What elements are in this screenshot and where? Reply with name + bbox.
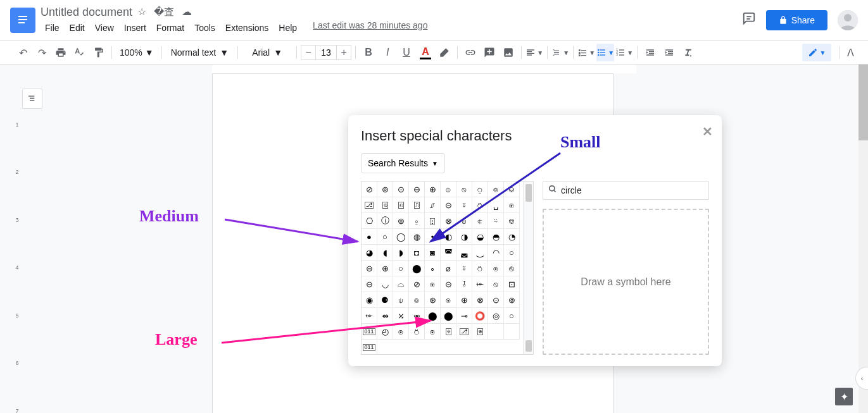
char-cell[interactable]: ◡ (377, 276, 393, 292)
insert-image-button[interactable] (500, 44, 517, 61)
char-cell[interactable]: ⎌ (393, 197, 409, 213)
char-cell[interactable]: ⍟ (488, 261, 504, 276)
char-cell[interactable]: ⍦ (456, 213, 472, 229)
char-cell[interactable]: ⊕ (425, 182, 441, 197)
char-cell[interactable]: ◘ (409, 245, 425, 261)
char-cell[interactable]: ⎍ (409, 197, 425, 213)
char-cell[interactable]: ◖ (377, 245, 393, 261)
grid-scrollbar[interactable] (523, 182, 533, 354)
undo-button[interactable]: ↶ (14, 44, 32, 61)
char-cell[interactable]: ⎔ (362, 213, 377, 229)
char-cell[interactable]: ⫱ (456, 276, 472, 292)
draw-symbol-area[interactable]: Draw a symbol here (543, 209, 709, 355)
char-cell[interactable]: ⊙ (393, 182, 409, 197)
char-cell[interactable]: ⌓ (393, 276, 409, 292)
char-cell[interactable]: ‿ (472, 245, 488, 261)
font-size-increase[interactable]: + (336, 45, 351, 60)
char-cell[interactable]: ⬤ (409, 261, 425, 276)
menu-help[interactable]: Help (274, 20, 301, 35)
underline-button[interactable]: U (398, 44, 415, 61)
highlight-button[interactable] (436, 44, 453, 61)
char-cell[interactable]: ◔ (504, 229, 520, 245)
char-cell[interactable]: ⊚ (377, 182, 393, 197)
char-cell[interactable]: ⍟ (393, 324, 409, 340)
print-button[interactable] (52, 44, 70, 61)
char-cell[interactable]: ⍨ (488, 213, 504, 229)
char-cell[interactable] (488, 324, 504, 340)
line-spacing-button[interactable]: ▼ (551, 44, 569, 61)
char-cell[interactable]: ⎎ (425, 197, 441, 213)
char-cell[interactable]: ∘ (425, 261, 441, 276)
char-cell[interactable]: ⎉ (504, 182, 520, 197)
char-cell[interactable]: ◕ (362, 245, 377, 261)
char-cell[interactable]: ⌾ (488, 182, 504, 197)
char-cell[interactable]: ○ (504, 245, 520, 261)
char-cell[interactable]: ⌾ (409, 292, 425, 308)
char-cell[interactable]: 011 (362, 324, 377, 340)
outline-toggle[interactable] (22, 89, 42, 109)
char-cell[interactable] (504, 324, 520, 340)
char-cell[interactable]: ⍟ (425, 324, 441, 340)
char-cell[interactable]: ◙ (425, 245, 441, 261)
cloud-icon[interactable]: ☁ (182, 6, 192, 19)
decrease-indent-button[interactable] (641, 44, 659, 61)
insert-link-button[interactable] (462, 44, 479, 61)
clear-formatting-button[interactable] (679, 44, 697, 61)
char-cell[interactable]: ⊕ (377, 261, 393, 276)
char-cell[interactable]: ⊗ (472, 292, 488, 308)
zoom-select[interactable]: 100%▼ (116, 44, 158, 61)
char-cell[interactable]: ⓘ (377, 213, 393, 229)
char-cell[interactable]: ◉ (362, 292, 377, 308)
char-cell[interactable]: ◒ (472, 229, 488, 245)
char-cell[interactable]: ⊛ (425, 292, 441, 308)
char-cell[interactable]: ⍟ (504, 197, 520, 213)
char-cell[interactable]: ⊘ (409, 276, 425, 292)
search-input[interactable] (561, 185, 703, 195)
menu-tools[interactable]: Tools (190, 20, 220, 35)
char-cell[interactable]: ◚ (441, 245, 456, 261)
char-cell[interactable]: ⍟ (441, 292, 456, 308)
char-cell[interactable]: ⍦ (393, 292, 409, 308)
vertical-scrollbar[interactable] (859, 65, 868, 413)
char-cell[interactable]: ◯ (393, 229, 409, 245)
char-cell[interactable]: ⍥ (472, 261, 488, 276)
char-cell[interactable]: ⊕ (456, 292, 472, 308)
menu-insert[interactable]: Insert (120, 20, 151, 35)
star-icon[interactable]: ☆ (137, 6, 146, 19)
char-cell[interactable]: ⬤ (441, 308, 456, 324)
last-edit-link[interactable]: Last edit was 28 minutes ago (313, 20, 427, 35)
docs-logo[interactable] (10, 8, 35, 33)
char-cell[interactable]: ◓ (488, 229, 504, 245)
char-cell[interactable]: ⇴ (377, 308, 393, 324)
char-cell[interactable]: 011 (362, 340, 377, 355)
char-cell[interactable]: ⥈ (409, 308, 425, 324)
font-size-stepper[interactable]: − 13 + (301, 45, 351, 60)
char-cell[interactable]: ⍜ (472, 182, 488, 197)
char-cell[interactable]: ⌽ (441, 182, 456, 197)
char-cell[interactable]: ◑ (456, 229, 472, 245)
menu-file[interactable]: File (41, 20, 64, 35)
char-cell[interactable]: ⊜ (393, 213, 409, 229)
char-cell[interactable]: ⍛ (409, 213, 425, 229)
paragraph-style-select[interactable]: Normal text▼ (166, 44, 234, 61)
avatar[interactable] (838, 10, 858, 30)
char-cell[interactable]: ⎇ (456, 324, 472, 340)
text-color-button[interactable]: A (417, 44, 434, 61)
menu-extensions[interactable]: Extensions (221, 20, 273, 35)
char-cell[interactable]: ⬰ (362, 308, 377, 324)
char-cell[interactable]: ⊙ (488, 292, 504, 308)
char-cell[interactable]: ␣ (488, 197, 504, 213)
char-cell[interactable]: ⍥ (472, 197, 488, 213)
close-icon[interactable]: ✕ (702, 124, 713, 139)
comments-icon[interactable] (742, 11, 756, 29)
char-cell[interactable]: ⌀ (441, 261, 456, 276)
char-cell[interactable]: ○ (377, 229, 393, 245)
menu-view[interactable]: View (91, 20, 118, 35)
italic-button[interactable]: I (379, 44, 396, 61)
char-cell[interactable]: ⎋ (504, 261, 520, 276)
char-cell[interactable]: • (425, 229, 441, 245)
font-select[interactable]: Arial▼ (242, 44, 292, 61)
char-cell[interactable]: ◴ (377, 324, 393, 340)
char-cell[interactable]: ⚈ (377, 292, 393, 308)
char-cell[interactable]: ◍ (409, 229, 425, 245)
